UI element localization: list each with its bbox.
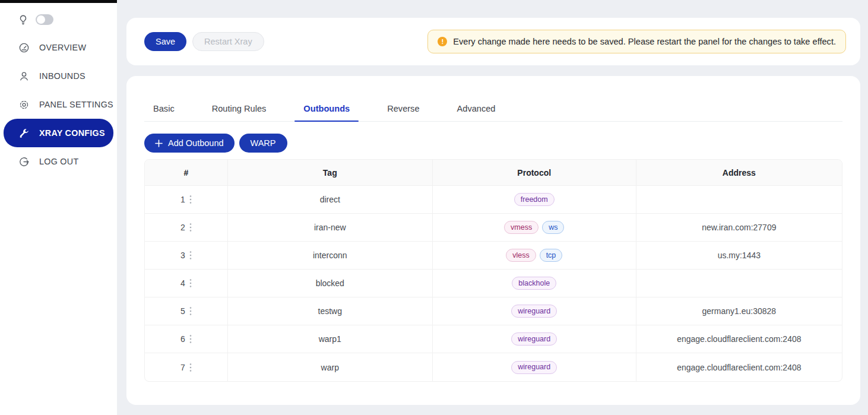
row-menu-dots-icon[interactable] — [189, 251, 192, 260]
tab-reverse[interactable]: Reverse — [378, 104, 428, 121]
sidebar-item-log-out[interactable]: LOG OUT — [4, 147, 113, 176]
warning-alert-text: Every change made here needs to be saved… — [453, 37, 836, 46]
row-menu-dots-icon[interactable] — [189, 306, 192, 316]
row-protocols: freedom — [433, 193, 635, 206]
actions-card: Save Restart Xray ! Every change made he… — [126, 18, 860, 65]
row-number: 5 — [180, 306, 185, 316]
row-number: 4 — [180, 278, 185, 288]
row-menu-dots-icon[interactable] — [189, 278, 192, 288]
protocol-badge: tcp — [540, 249, 563, 262]
protocol-badge: vless — [506, 249, 536, 262]
row-tag: blocked — [228, 270, 433, 297]
sidebar-item-label: PANEL SETTINGS — [39, 100, 113, 109]
protocol-badge: wireguard — [511, 332, 557, 346]
protocol-badge: wireguard — [511, 305, 557, 318]
row-protocols: wireguard — [433, 361, 635, 374]
tab-label: Reverse — [387, 104, 419, 113]
row-protocols: blackhole — [433, 277, 635, 290]
xray-configs-card: Basic Routing Rules Outbounds Reverse Ad… — [126, 76, 860, 405]
column-header: Tag — [228, 160, 433, 186]
warp-button[interactable]: WARP — [239, 134, 287, 153]
tab-advanced[interactable]: Advanced — [448, 104, 505, 121]
warning-icon: ! — [438, 37, 447, 46]
sidebar-item-xray-configs[interactable]: XRAY CONFIGS — [4, 119, 113, 147]
row-tag: iran-new — [228, 214, 433, 242]
tab-basic[interactable]: Basic — [144, 104, 183, 121]
row-number: 2 — [180, 223, 185, 232]
add-outbound-label: Add Outbound — [168, 138, 224, 148]
tab-label: Outbounds — [303, 104, 350, 113]
row-tag: testwg — [228, 297, 433, 325]
row-address: us.my:1443 — [636, 242, 842, 270]
column-header: Address — [636, 160, 842, 186]
row-number: 6 — [180, 334, 185, 344]
row-address: new.iran.com:27709 — [636, 214, 842, 242]
row-protocols: wireguard — [433, 332, 635, 346]
table-row: 3 interconn vlesstcp us.my:1443 — [145, 242, 842, 270]
row-menu-dots-icon[interactable] — [189, 334, 192, 344]
table-body: 1 direct freedom 2 iran-new — [145, 186, 842, 381]
main-content: Save Restart Xray ! Every change made he… — [117, 0, 868, 415]
table-header-row: #TagProtocolAddress — [145, 160, 842, 186]
sidebar-item-label: LOG OUT — [39, 157, 78, 166]
warning-alert: ! Every change made here needs to be sav… — [427, 30, 846, 53]
column-header: # — [145, 160, 228, 186]
add-outbound-button[interactable]: Add Outbound — [144, 134, 235, 153]
protocol-badge: wireguard — [511, 361, 557, 374]
action-buttons: Save Restart Xray — [144, 32, 264, 51]
row-address: engage.cloudflareclient.com:2408 — [636, 353, 842, 381]
table-row: 1 direct freedom — [145, 186, 842, 214]
row-address: germany1.eu:30828 — [636, 297, 842, 325]
tab-outbounds[interactable]: Outbounds — [294, 104, 359, 121]
sidebar-item-panel-settings[interactable]: PANEL SETTINGS — [4, 90, 113, 119]
row-number: 7 — [180, 363, 185, 372]
toggle-knob — [37, 15, 45, 24]
protocol-badge: vmess — [504, 221, 538, 234]
user-icon — [18, 71, 30, 82]
tab-label: Routing Rules — [212, 104, 267, 113]
sidebar-item-overview[interactable]: OVERVIEW — [4, 33, 113, 62]
row-number: 1 — [180, 195, 185, 204]
gear-icon — [18, 99, 30, 110]
row-protocols: wireguard — [433, 305, 635, 318]
wrench-icon — [18, 128, 30, 139]
plus-icon — [155, 140, 163, 147]
tab-label: Basic — [153, 104, 175, 113]
row-tag: warp1 — [228, 325, 433, 353]
tab-routing-rules[interactable]: Routing Rules — [203, 104, 275, 121]
row-protocols: vmessws — [433, 221, 635, 234]
outbounds-table: #TagProtocolAddress 1 direct freedom 2 — [144, 159, 842, 382]
restart-xray-button[interactable]: Restart Xray — [192, 32, 264, 51]
theme-toggle-row — [0, 0, 117, 25]
row-address: engage.cloudflareclient.com:2408 — [636, 325, 842, 353]
row-address — [636, 270, 842, 297]
table-row: 4 blocked blackhole — [145, 270, 842, 297]
sidebar-item-inbounds[interactable]: INBOUNDS — [4, 62, 113, 90]
row-number: 3 — [180, 251, 185, 260]
bulb-icon — [18, 14, 28, 25]
row-menu-dots-icon[interactable] — [189, 195, 192, 204]
save-button[interactable]: Save — [144, 32, 186, 51]
theme-toggle-switch[interactable] — [36, 14, 53, 25]
row-tag: warp — [228, 353, 433, 381]
row-tag: direct — [228, 186, 433, 214]
window-top-strip — [0, 0, 117, 3]
protocol-badge: ws — [542, 221, 564, 234]
tab-label: Advanced — [457, 104, 496, 113]
protocol-badge: blackhole — [512, 277, 556, 290]
row-menu-dots-icon[interactable] — [189, 363, 192, 372]
dashboard-icon — [18, 42, 30, 53]
sidebar-item-label: INBOUNDS — [39, 71, 85, 81]
outbounds-toolbar: Add Outbound WARP — [144, 134, 842, 153]
sidebar-nav: OVERVIEW INBOUNDS PANEL SETTINGS XRAY CO… — [0, 33, 117, 176]
column-header: Protocol — [433, 160, 636, 186]
row-menu-dots-icon[interactable] — [189, 223, 192, 232]
table-row: 6 warp1 wireguard engage.cloudflareclien… — [145, 325, 842, 353]
table-row: 7 warp wireguard engage.cloudflareclient… — [145, 353, 842, 381]
row-protocols: vlesstcp — [433, 249, 635, 262]
sidebar-item-label: OVERVIEW — [39, 43, 86, 52]
sidebar: OVERVIEW INBOUNDS PANEL SETTINGS XRAY CO… — [0, 0, 117, 415]
logout-icon — [18, 156, 30, 167]
sidebar-item-label: XRAY CONFIGS — [39, 128, 105, 138]
table-row: 5 testwg wireguard germany1.eu:30828 — [145, 297, 842, 325]
